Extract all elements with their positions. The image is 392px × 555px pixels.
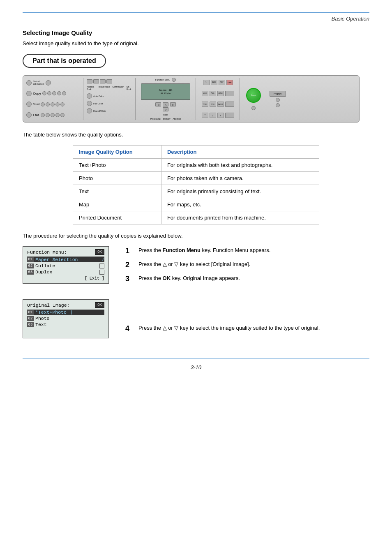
fax-dot5 [60,113,65,117]
screen1-ok-btn[interactable]: OK [95,249,104,255]
copier-send-row: Send [26,102,80,107]
fax-label: FAX [33,113,39,117]
quality-table: Image Quality Option Description Text+Ph… [73,145,319,224]
step1-num: 1 [125,246,134,254]
bw-indicator [87,108,92,113]
intro-text: Select image quality suited to the type … [23,40,369,46]
start-indicator [251,106,256,110]
screen1-check1: ✓ [101,257,104,262]
step3: 3 Press the OK key. Original Image appea… [125,274,369,282]
step1-layout: Function Menu: OK 01 Paper Selection ✓ 0… [23,246,369,291]
num-1[interactable]: 1 [203,80,210,85]
bottom-rule [23,358,369,362]
start-button[interactable]: Start [246,88,261,103]
energy-indicator [276,103,280,107]
processing-label: Processing [150,118,161,120]
num-3[interactable]: 3DEF [219,80,225,85]
screen2-item3: 03 Text [27,322,104,327]
send-circle [26,102,32,107]
num-8[interactable]: 8TUV [210,102,216,107]
step4-num: 4 [125,324,134,332]
step3-num: 3 [125,274,134,282]
addr-btn2 [93,79,99,83]
prog-indicator [276,98,280,102]
page-header: Basic Operation [23,16,369,22]
screen2-cursor1: | [70,310,73,315]
bw-row: Black&White [87,108,132,113]
section-title: Selecting Image Quality [23,29,369,36]
step3-layout: Original Image: OK 01 *Text+Photo | 02 P… [23,299,369,346]
up-arrow-btn[interactable]: △ [163,102,168,106]
step1-steps: 1 Press the Function Menu key. Function … [125,246,369,288]
num-0[interactable]: 0 [210,113,216,118]
num-star[interactable]: ＊ [202,113,208,118]
screen1-exit: [ Exit ] [27,276,104,281]
copier-start-section: Start [243,78,264,120]
reset-btn[interactable] [225,91,234,96]
addr-label4: On Hook [127,86,132,90]
num-6[interactable]: 6MNO [217,91,224,96]
num-bottom-row: ＊ 0 # [202,113,234,118]
send-dot1 [41,102,45,106]
screen1-exit-text: Exit [90,276,99,281]
fax-dot1 [41,113,45,117]
screen2-ok-btn[interactable]: OK [95,302,104,308]
copier-left-section: Status/Job Cancel Copy Send [26,78,80,120]
fax-dot2 [46,113,50,117]
logout-btn[interactable] [225,113,234,118]
stop-btn[interactable] [225,102,234,107]
page: Basic Operation Selecting Image Quality … [0,0,392,555]
screen1-label3: Duplex [35,269,52,275]
desc-text: For originals primarily consisting of te… [161,185,319,198]
option-photo: Photo [73,172,161,185]
copy-circle [26,91,32,96]
function-menu-row: Function Menu [155,78,176,82]
address-btns-row [87,79,132,83]
screen1-label2: Collate [35,263,55,268]
copy-label: Copy [33,92,41,95]
option-text-photo: Text+Photo [73,159,161,172]
full-color-indicator [87,101,92,106]
function-menu-label: Function Menu [155,79,170,81]
fax-dot3 [51,113,55,117]
screen1-title-row: Function Menu: OK [27,249,104,255]
bw-label: Black&White [93,110,106,112]
num-7[interactable]: 7PQRS [202,102,208,107]
header-title: Basic Operation [332,16,370,22]
screen2-title-text: Original Image: [27,303,70,308]
option-printed: Printed Document [73,211,161,224]
left-arrow-btn[interactable]: ◁ [155,102,161,106]
num-2[interactable]: 2ABC [211,80,217,85]
table-row: Map For maps, etc. [73,198,319,211]
right-arrow-btn[interactable]: ▷ [170,102,176,106]
addr-label2: Recall/Pause [98,86,110,90]
divider1 [83,78,83,120]
copy-dot3 [52,91,56,95]
part-operated-label: Part that is operated [23,54,106,68]
screen1-item2: 02 Collate [27,263,104,268]
screen2-label3: Text [35,322,47,327]
display-line2: A4 Plain [161,92,171,95]
send-label: Send [33,103,39,106]
table-intro-text: The table below shows the quality option… [23,132,369,138]
copier-display-section: Function Menu Copies: 001 A4 Plain ◁ △ ▽… [139,78,192,120]
program-btn[interactable]: Program [270,91,286,97]
desc-photo: For photos taken with a camera. [161,172,319,185]
fax-circle [26,112,32,118]
col2-header: Description [161,146,319,159]
copier-numpad-section: 1 2ABC 3DEF Clear 4GHI 5JKL 6MNO 7PQRS 8… [199,78,236,120]
clear-btn[interactable]: Clear [226,80,233,85]
table-row: Text For originals primarily consisting … [73,185,319,198]
screen1-item1: 01 Paper Selection ✓ [27,257,104,262]
screen2-num1: 01 [27,310,34,315]
down-arrow-btn[interactable]: ▽ [163,107,168,111]
screen1-num3: 03 [27,270,34,275]
num-hash[interactable]: # [217,113,224,118]
num-mid-row2: 7PQRS 8TUV 9WXYZ [202,102,234,107]
function-menu-btn [172,78,176,82]
num-4[interactable]: 4GHI [202,91,208,96]
num-5[interactable]: 5JKL [210,91,216,96]
screen2-spacer [27,328,104,335]
back-label: Back [163,113,168,116]
num-9[interactable]: 9WXYZ [217,102,224,107]
